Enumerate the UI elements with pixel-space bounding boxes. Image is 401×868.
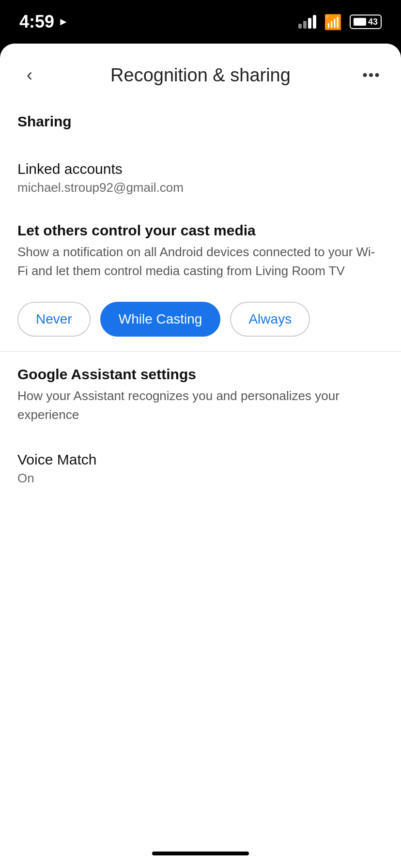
let-others-item: Let others control your cast media Show … [0,213,401,290]
linked-accounts-value: michael.stroup92@gmail.com [17,180,384,195]
status-right: 📶 43 [298,14,382,31]
battery-text: 43 [368,17,378,27]
always-button[interactable]: Always [230,302,310,337]
linked-accounts-item[interactable]: Linked accounts michael.stroup92@gmail.c… [0,151,401,205]
let-others-label: Let others control your cast media [17,222,384,239]
back-button[interactable]: ‹ [17,63,42,87]
let-others-description: Show a notification on all Android devic… [17,243,384,280]
more-dots-icon: ••• [362,67,381,83]
home-indicator [152,852,249,855]
page-header: ‹ Recognition & sharing ••• [0,44,401,99]
google-assistant-label: Google Assistant settings [17,366,384,383]
sharing-section: Sharing [0,99,401,151]
page-title: Recognition & sharing [42,65,359,86]
more-options-button[interactable]: ••• [359,63,384,87]
status-time: 4:59 ► [19,12,69,32]
linked-accounts-label: Linked accounts [17,161,384,177]
main-content: ‹ Recognition & sharing ••• Sharing Link… [0,44,401,868]
never-button[interactable]: Never [17,302,91,337]
google-assistant-description: How your Assistant recognizes you and pe… [17,387,384,424]
google-assistant-item[interactable]: Google Assistant settings How your Assis… [0,356,401,434]
sharing-label: Sharing [17,113,384,130]
bottom-bar [0,839,401,868]
voice-match-item[interactable]: Voice Match On [0,442,401,496]
section-divider [0,351,401,352]
battery-level-fill [354,18,366,26]
time-label: 4:59 [19,12,54,32]
while-casting-button[interactable]: While Casting [100,302,221,337]
signal-icon [298,15,316,29]
battery-indicator: 43 [350,15,382,29]
location-arrow-icon: ► [58,16,69,28]
voice-match-value: On [17,471,384,486]
wifi-icon: 📶 [324,14,342,31]
status-bar: 4:59 ► 📶 43 [0,0,401,44]
voice-match-label: Voice Match [17,451,384,468]
back-chevron-icon: ‹ [27,65,32,85]
cast-control-buttons: Never While Casting Always [0,290,401,351]
